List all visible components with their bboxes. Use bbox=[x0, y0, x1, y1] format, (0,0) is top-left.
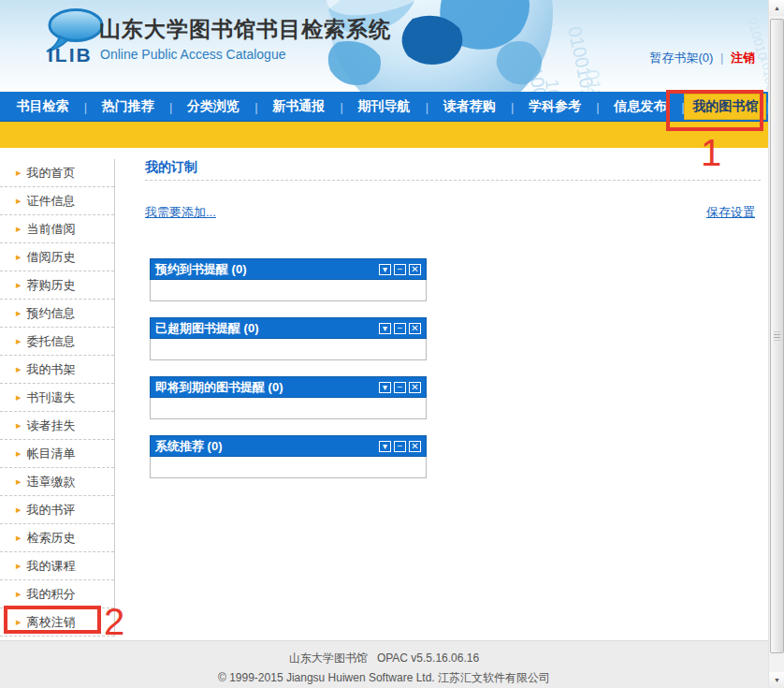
sidebar-item[interactable]: ▸ 书刊遗失 bbox=[0, 384, 114, 412]
temp-bookshelf-link[interactable]: 暂存书架(0) bbox=[649, 51, 713, 65]
widget-panel-body bbox=[150, 457, 427, 478]
close-icon[interactable]: ✕ bbox=[409, 264, 421, 275]
logout-link[interactable]: 注销 bbox=[731, 51, 755, 65]
footer-copyright-text: © 1999-2015 Jiangsu Huiwen Software Ltd.… bbox=[0, 670, 768, 686]
svg-text:01101: 01101 bbox=[582, 68, 608, 92]
nav-tab-cell: 书目检索 | bbox=[0, 92, 85, 121]
sidebar-item[interactable]: ▸ 借阅历史 bbox=[0, 243, 114, 271]
sidebar-item[interactable]: ▸ 检索历史 bbox=[0, 524, 114, 552]
globe-image: 010100 10001 0100101 01101 010010 10100 bbox=[300, 0, 768, 92]
arrow-bullet-icon: ▸ bbox=[16, 336, 22, 346]
widget-panel-title: 预约到书提醒 (0) bbox=[155, 261, 247, 278]
minimize-icon[interactable]: − bbox=[394, 323, 406, 334]
sidebar-item-label: 我的课程 bbox=[27, 558, 76, 575]
nav-tab[interactable]: 书目检索 bbox=[17, 98, 69, 115]
sidebar-item[interactable]: ▸ 我的首页 bbox=[0, 159, 114, 187]
header-links: 暂存书架(0) | 注销 bbox=[649, 50, 755, 66]
arrow-bullet-icon: ▸ bbox=[16, 533, 22, 543]
minimize-icon[interactable]: − bbox=[394, 382, 406, 393]
scrollbar-thumb[interactable] bbox=[770, 19, 784, 653]
widget-panel-controls: ▾ − ✕ bbox=[379, 441, 421, 452]
nav-tab-cell: 新书通报 | bbox=[256, 92, 341, 121]
nav-tab[interactable]: 信息发布 bbox=[614, 98, 666, 115]
sidebar-item-label: 读者挂失 bbox=[27, 417, 76, 434]
arrow-bullet-icon: ▸ bbox=[16, 420, 22, 431]
annotation-number-2: 2 bbox=[104, 603, 124, 640]
scroll-up-icon[interactable]: ▲ bbox=[769, 0, 784, 16]
title-divider bbox=[145, 180, 761, 181]
svg-text:10001: 10001 bbox=[542, 78, 567, 92]
sidebar-item-label: 违章缴款 bbox=[27, 474, 76, 490]
header-link-separator: | bbox=[720, 51, 723, 65]
sidebar-item-label: 预约信息 bbox=[27, 305, 76, 322]
sidebar-item-label: 检索历史 bbox=[27, 530, 76, 547]
sidebar-item-label: 帐目清单 bbox=[27, 446, 76, 462]
sidebar-item[interactable]: ▸ 证件信息 bbox=[0, 187, 114, 215]
sidebar-item-label: 荐购历史 bbox=[27, 277, 76, 294]
widget-panel: 已超期图书提醒 (0) ▾ − ✕ bbox=[150, 317, 427, 360]
sidebar-item[interactable]: ▸ 委托信息 bbox=[0, 328, 114, 356]
widget-panel-body bbox=[150, 339, 427, 360]
nav-tab[interactable]: 热门推荐 bbox=[102, 98, 154, 115]
widget-panel: 预约到书提醒 (0) ▾ − ✕ bbox=[150, 258, 427, 301]
close-icon[interactable]: ✕ bbox=[409, 382, 421, 393]
annotation-box-step2 bbox=[4, 606, 101, 634]
widget-panel-body bbox=[150, 280, 427, 301]
main-nav: 书目检索 | 热门推荐 | 分类浏览 | 新书通报 | 期刊导航 | 读者荐购 … bbox=[0, 92, 768, 122]
sidebar-item-label: 当前借阅 bbox=[27, 221, 76, 238]
sidebar-item[interactable]: ▸ 我的书评 bbox=[0, 496, 114, 524]
arrow-bullet-icon: ▸ bbox=[16, 589, 22, 599]
page-footer: 山东大学图书馆 OPAC v5.5.16.06.16 © 1999-2015 J… bbox=[0, 640, 768, 688]
site-subtitle: Online Public Access Catalogue bbox=[100, 47, 285, 62]
arrow-bullet-icon: ▸ bbox=[16, 308, 22, 318]
sidebar-item[interactable]: ▸ 荐购历史 bbox=[0, 271, 114, 300]
sidebar-item-label: 书刊遗失 bbox=[27, 389, 76, 406]
save-settings-link[interactable]: 保存设置 bbox=[706, 204, 755, 221]
sidebar-item[interactable]: ▸ 当前借阅 bbox=[0, 215, 114, 243]
accent-bar bbox=[0, 122, 768, 148]
widget-panel-title: 已超期图书提醒 (0) bbox=[155, 320, 259, 337]
sidebar: ▸ 我的首页 ▸ 证件信息 ▸ 当前借阅 ▸ 借阅历史 ▸ 荐购历史 ▸ 预约信… bbox=[0, 159, 115, 637]
collapse-icon[interactable]: ▾ bbox=[379, 382, 391, 393]
nav-tab-cell: 期刊导航 | bbox=[341, 92, 427, 121]
vertical-scrollbar[interactable]: ▲ ▼ bbox=[768, 0, 784, 688]
widget-panel: 系统推荐 (0) ▾ − ✕ bbox=[150, 435, 427, 478]
arrow-bullet-icon: ▸ bbox=[16, 252, 22, 262]
close-icon[interactable]: ✕ bbox=[409, 441, 421, 452]
sidebar-item[interactable]: ▸ 预约信息 bbox=[0, 300, 114, 328]
sidebar-item[interactable]: ▸ 我的书架 bbox=[0, 356, 114, 384]
scroll-down-icon[interactable]: ▼ bbox=[769, 672, 784, 688]
collapse-icon[interactable]: ▾ bbox=[379, 264, 391, 275]
annotation-number-1: 1 bbox=[701, 134, 721, 171]
collapse-icon[interactable]: ▾ bbox=[379, 441, 391, 452]
nav-tab[interactable]: 期刊导航 bbox=[357, 98, 410, 115]
nav-tab-cell: 热门推荐 | bbox=[85, 92, 170, 121]
sidebar-item[interactable]: ▸ 违章缴款 bbox=[0, 468, 114, 496]
sidebar-item[interactable]: ▸ 我的课程 bbox=[0, 552, 114, 580]
nav-tab[interactable]: 分类浏览 bbox=[187, 98, 240, 115]
arrow-bullet-icon: ▸ bbox=[16, 476, 22, 487]
widget-panels: 预约到书提醒 (0) ▾ − ✕ 已超期图书提醒 (0) ▾ − ✕ bbox=[150, 258, 427, 494]
nav-tab[interactable]: 新书通报 bbox=[272, 98, 325, 115]
ilib-logo-text: ILIB bbox=[48, 44, 93, 66]
nav-tab[interactable]: 读者荐购 bbox=[443, 98, 496, 115]
sidebar-item[interactable]: ▸ 帐目清单 bbox=[0, 440, 114, 468]
widget-panel-header: 系统推荐 (0) ▾ − ✕ bbox=[150, 435, 427, 457]
minimize-icon[interactable]: − bbox=[394, 441, 406, 452]
close-icon[interactable]: ✕ bbox=[409, 323, 421, 334]
arrow-bullet-icon: ▸ bbox=[16, 280, 22, 290]
arrow-bullet-icon: ▸ bbox=[16, 196, 22, 206]
add-widget-link[interactable]: 我需要添加... bbox=[145, 204, 216, 221]
sidebar-item-label: 我的积分 bbox=[27, 586, 76, 603]
sidebar-item[interactable]: ▸ 读者挂失 bbox=[0, 412, 114, 440]
nav-tab[interactable]: 学科参考 bbox=[529, 98, 581, 115]
sidebar-item[interactable]: ▸ 我的积分 bbox=[0, 580, 114, 608]
minimize-icon[interactable]: − bbox=[394, 264, 406, 275]
widget-panel-header: 已超期图书提醒 (0) ▾ − ✕ bbox=[150, 317, 427, 339]
collapse-icon[interactable]: ▾ bbox=[379, 323, 391, 334]
widget-panel-title: 即将到期的图书提醒 (0) bbox=[155, 379, 283, 396]
opac-page: 010100 10001 0100101 01101 010010 10100 bbox=[0, 0, 784, 688]
sidebar-item-label: 借阅历史 bbox=[27, 249, 76, 266]
page-header: 010100 10001 0100101 01101 010010 10100 bbox=[0, 0, 768, 92]
widget-panel-header: 即将到期的图书提醒 (0) ▾ − ✕ bbox=[150, 376, 427, 398]
